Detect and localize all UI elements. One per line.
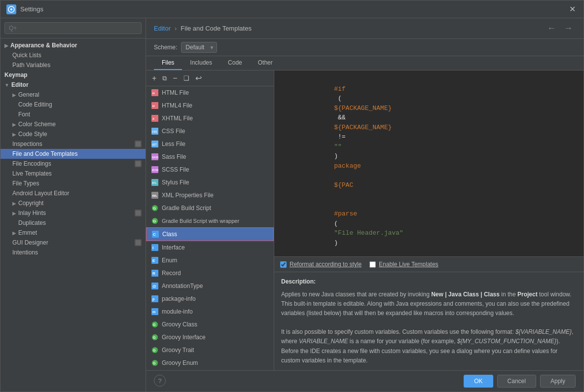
template-label: Enum bbox=[162, 257, 177, 264]
sidebar-item-appearance[interactable]: ▶ Appearance & Behavior bbox=[0, 40, 146, 50]
search-input[interactable] bbox=[4, 22, 142, 34]
template-item-interface[interactable]: I Interface bbox=[146, 241, 274, 254]
template-item-html-file[interactable]: H HTML File bbox=[146, 86, 274, 99]
sidebar-item-intentions[interactable]: Intentions bbox=[0, 248, 146, 257]
sidebar-item-code-editing[interactable]: Code Editing bbox=[0, 100, 146, 109]
file-encodings-badge bbox=[135, 160, 142, 167]
sidebar-item-general[interactable]: ▶ General bbox=[0, 90, 146, 100]
inlay-hints-badge bbox=[135, 210, 142, 216]
template-item-css-file[interactable]: CSS CSS File bbox=[146, 125, 274, 138]
remove-template-button[interactable]: − bbox=[171, 72, 179, 84]
expand-arrow: ▶ bbox=[4, 43, 8, 48]
help-button[interactable]: ? bbox=[154, 375, 166, 387]
template-item-gradle-build[interactable]: G Gradle Build Script bbox=[146, 202, 274, 214]
description-area: Description: Applies to new Java classes… bbox=[274, 272, 584, 370]
sidebar-item-color-scheme[interactable]: ▶ Color Scheme bbox=[0, 119, 146, 129]
template-item-html4-file[interactable]: H HTML4 File bbox=[146, 99, 274, 112]
template-item-record[interactable]: R Record bbox=[146, 267, 274, 280]
ok-button[interactable]: OK bbox=[464, 375, 493, 388]
template-item-groovy-interface[interactable]: G Groovy Interface bbox=[146, 331, 274, 344]
template-item-groovy-class[interactable]: G Groovy Class bbox=[146, 318, 274, 331]
tab-includes[interactable]: Includes bbox=[182, 56, 220, 70]
close-button[interactable]: ✕ bbox=[567, 2, 578, 16]
sidebar-item-gui-designer[interactable]: GUI Designer bbox=[0, 238, 146, 248]
sidebar-label: GUI Designer bbox=[12, 239, 48, 246]
sidebar-item-file-and-code-templates[interactable]: File and Code Templates bbox=[0, 149, 146, 159]
sidebar-item-keymap[interactable]: Keymap bbox=[0, 70, 146, 80]
svg-text:R: R bbox=[152, 271, 155, 276]
template-item-stylus-file[interactable]: STL Stylus File bbox=[146, 176, 274, 189]
code-editor[interactable]: #if ( ${PACKAGE_NAME} && ${PACKAGE_NAME}… bbox=[274, 71, 584, 256]
sidebar-label: Inspections bbox=[12, 141, 42, 147]
reformat-label[interactable]: Reformat according to style bbox=[290, 261, 362, 268]
template-label: XHTML File bbox=[162, 115, 193, 122]
template-item-gradle-wrapper[interactable]: G Gradle Build Script with wrapper bbox=[146, 214, 274, 227]
sidebar-item-path-variables[interactable]: Path Variables bbox=[0, 60, 146, 70]
template-item-enum[interactable]: E Enum bbox=[146, 254, 274, 267]
gradle-icon: G bbox=[151, 204, 159, 212]
template-item-less-file[interactable]: LET Less File bbox=[146, 138, 274, 150]
variable: ${PAC bbox=[334, 181, 353, 189]
sidebar-item-inspections[interactable]: Inspections bbox=[0, 139, 146, 149]
sidebar-item-copyright[interactable]: ▶ Copyright bbox=[0, 198, 146, 208]
template-item-package-info[interactable]: p package-info bbox=[146, 292, 274, 305]
live-templates-label[interactable]: Enable Live Templates bbox=[379, 261, 438, 268]
sidebar-item-quick-lists[interactable]: Quick Lists bbox=[0, 50, 146, 60]
reformat-checkbox[interactable] bbox=[280, 261, 287, 268]
description-text: Applies to new Java classes that are cre… bbox=[281, 290, 577, 366]
tab-other[interactable]: Other bbox=[250, 56, 281, 70]
svg-text:p: p bbox=[152, 297, 154, 301]
forward-button[interactable]: → bbox=[561, 22, 576, 35]
bottom-bar: ? OK Cancel Apply bbox=[146, 370, 584, 392]
sidebar-item-file-encodings[interactable]: File Encodings bbox=[0, 159, 146, 169]
sidebar-item-emmet[interactable]: ▶ Emmet bbox=[0, 228, 146, 238]
duplicate-template-button[interactable]: ❑ bbox=[182, 72, 191, 84]
add-template-button[interactable]: + bbox=[150, 72, 158, 84]
template-items-list: H HTML File H HTML4 File X bbox=[146, 86, 274, 370]
apply-button[interactable]: Apply bbox=[540, 375, 576, 388]
template-item-annotation-type[interactable]: @ AnnotationType bbox=[146, 280, 274, 292]
template-label: Groovy Class bbox=[162, 321, 197, 328]
tab-code[interactable]: Code bbox=[220, 56, 250, 70]
sidebar-label: Path Variables bbox=[12, 62, 50, 69]
template-label: Class bbox=[162, 231, 177, 238]
sidebar-item-code-style[interactable]: ▶ Code Style bbox=[0, 129, 146, 139]
sidebar-item-live-templates[interactable]: Live Templates bbox=[0, 169, 146, 178]
gui-designer-badge bbox=[135, 239, 142, 246]
back-button[interactable]: ← bbox=[544, 22, 559, 35]
css-icon: CSS bbox=[151, 127, 159, 135]
template-item-xhtml-file[interactable]: X XHTML File bbox=[146, 112, 274, 125]
right-panel: Editor › File and Code Templates ← → Sch… bbox=[146, 18, 584, 392]
scheme-select[interactable]: Default Project bbox=[181, 42, 217, 53]
sidebar-item-duplicates[interactable]: Duplicates bbox=[0, 218, 146, 228]
expand-arrow: ▶ bbox=[12, 132, 16, 137]
sidebar-item-android-layout-editor[interactable]: Android Layout Editor bbox=[0, 188, 146, 198]
template-item-scss-file[interactable]: SCSS SCSS File bbox=[146, 163, 274, 176]
template-item-groovy-enum[interactable]: G Groovy Enum bbox=[146, 356, 274, 369]
template-item-module-info[interactable]: m module-info bbox=[146, 305, 274, 318]
template-label: Sass File bbox=[162, 153, 186, 160]
svg-text:H: H bbox=[152, 92, 154, 95]
keyword: package bbox=[334, 162, 361, 170]
groovy-trait-icon: G bbox=[151, 346, 159, 354]
template-item-sass-file[interactable]: SASS Sass File bbox=[146, 150, 274, 163]
svg-text:SCSS: SCSS bbox=[152, 169, 158, 172]
sidebar-item-editor[interactable]: ▼ Editor bbox=[0, 80, 146, 90]
reset-template-button[interactable]: ↩ bbox=[193, 72, 204, 84]
sidebar-item-font[interactable]: Font bbox=[0, 109, 146, 119]
svg-text:SASS: SASS bbox=[152, 156, 158, 159]
template-label: Gradle Build Script with wrapper bbox=[162, 218, 239, 224]
sidebar-label: Inlay Hints bbox=[18, 210, 46, 216]
template-item-xml-properties[interactable]: XML XML Properties File bbox=[146, 189, 274, 202]
code-line-2: #parse ( "File Header.java" ) bbox=[280, 200, 578, 257]
scheme-bar: Scheme: Default Project bbox=[146, 39, 584, 56]
sidebar-item-file-types[interactable]: File Types bbox=[0, 178, 146, 188]
cancel-button[interactable]: Cancel bbox=[497, 375, 536, 388]
live-templates-checkbox[interactable] bbox=[369, 261, 376, 268]
template-item-groovy-trait[interactable]: G Groovy Trait bbox=[146, 344, 274, 356]
svg-text:G: G bbox=[153, 349, 156, 352]
copy-template-button[interactable]: ⧉ bbox=[160, 72, 169, 84]
template-item-class[interactable]: C Class bbox=[146, 227, 274, 241]
tab-files[interactable]: Files bbox=[154, 56, 182, 70]
sidebar-item-inlay-hints[interactable]: ▶ Inlay Hints bbox=[0, 208, 146, 218]
